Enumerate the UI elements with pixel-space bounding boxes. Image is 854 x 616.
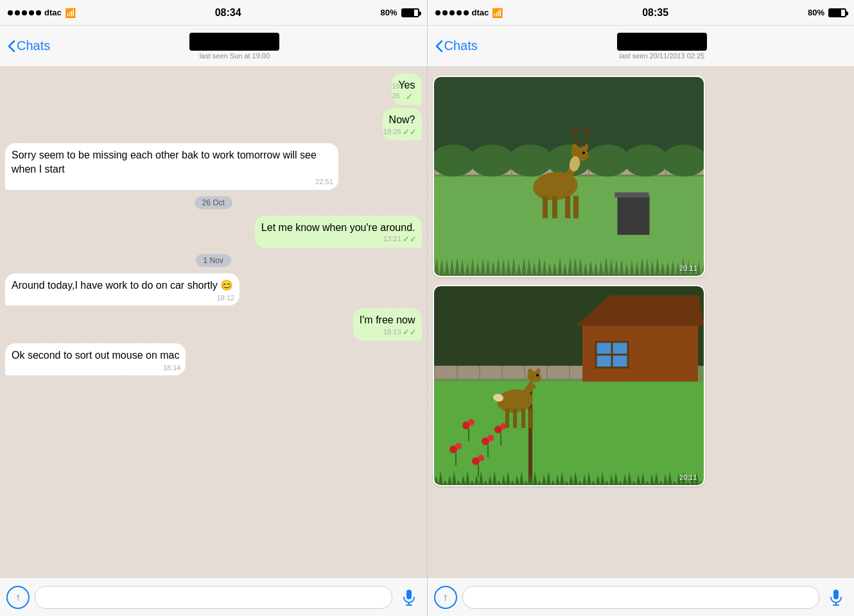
left-time: 08:34 [215,7,241,19]
right-input-bar: ↑ [428,578,855,616]
left-back-label[interactable]: Chats [17,38,50,53]
right-contact-name [617,33,707,51]
right-battery-percent: 80% [808,8,824,17]
battery-percent: 80% [380,8,397,17]
battery-icon [401,8,419,17]
image-time-2: 20:11 [679,474,697,481]
left-message-input[interactable] [35,586,392,609]
date-badge-26oct: 26 Oct [195,196,232,209]
signal-dots [8,10,41,15]
date-badge-1nov: 1 Nov [196,254,231,267]
message-let-me-know: Let me know when you're around. 13:21 ✓✓ [255,216,422,248]
right-message-input[interactable] [462,586,820,609]
right-battery-icon [828,8,846,17]
left-contact-name [189,33,279,51]
image-time-1: 20:11 [679,264,697,272]
left-mic-button[interactable] [397,586,421,609]
image-message-2[interactable]: 20:11 [433,285,705,486]
message-missing: Sorry seem to be missing each other bak … [5,143,338,190]
left-upload-button[interactable]: ↑ [6,586,30,609]
image-canvas-2 [434,286,704,485]
left-status-bar: dtac 📶 08:34 80% [0,0,427,26]
left-phone: dtac 📶 08:34 80% Chats last seen Sun at … [0,0,427,616]
message-free-now: I'm free now 18:13 ✓✓ [353,308,422,340]
message-yes: Yes 19:26 ✓✓ [392,73,421,105]
right-mic-button[interactable] [824,586,848,609]
right-back-label[interactable]: Chats [444,38,478,53]
right-status-bar: dtac 📶 08:35 80% [428,0,855,26]
message-around-today: Around today,I have work to do on car sh… [5,273,240,305]
right-upload-button[interactable]: ↑ [434,586,457,609]
right-phone: dtac 📶 08:35 80% Chats last seen 20/11/2… [428,0,855,616]
left-input-bar: ↑ [0,578,427,616]
right-time: 08:35 [642,7,668,19]
message-ok-second: Ok second to sort out mouse on mac 18:14 [5,343,186,375]
right-chat-header: Chats last seen 20/11/2013 02:25 [428,26,855,67]
wifi-icon: 📶 [65,8,76,18]
left-last-seen: last seen Sun at 19:00 [200,52,270,60]
left-chat-header: Chats last seen Sun at 19:00 [0,26,427,67]
svg-rect-3 [833,590,839,599]
right-signal-dots [435,10,469,15]
left-messages-area: Yes 19:26 ✓✓ Now? 19:26 ✓✓ Sorry seem to… [0,67,427,578]
left-back-button[interactable] [8,40,15,53]
right-wifi-icon: 📶 [492,8,503,18]
image-message-1[interactable]: 20:11 [433,76,705,277]
right-back-button[interactable] [435,40,443,53]
svg-rect-0 [406,590,412,599]
right-carrier-label: dtac [472,8,489,17]
right-messages-area: 20:11 20:11 [428,67,855,578]
message-now: Now? 19:26 ✓✓ [383,108,422,140]
carrier-label: dtac [44,8,62,17]
image-canvas-1 [434,77,704,276]
right-last-seen: last seen 20/11/2013 02:25 [620,52,705,60]
